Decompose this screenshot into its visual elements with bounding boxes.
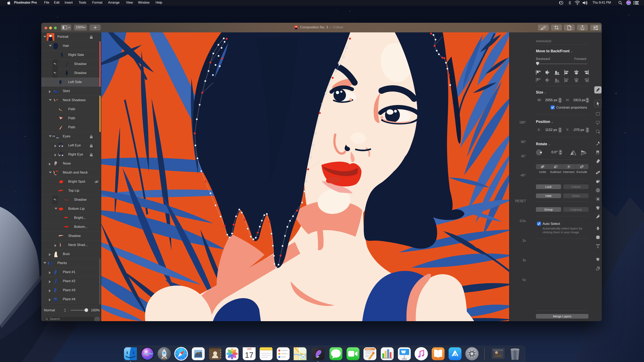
svg-text:17: 17 [245, 351, 253, 360]
svg-text:3D: 3D [302, 356, 305, 359]
svg-text:PAGES: PAGES [366, 348, 371, 350]
svg-text:JAN: JAN [247, 348, 251, 350]
